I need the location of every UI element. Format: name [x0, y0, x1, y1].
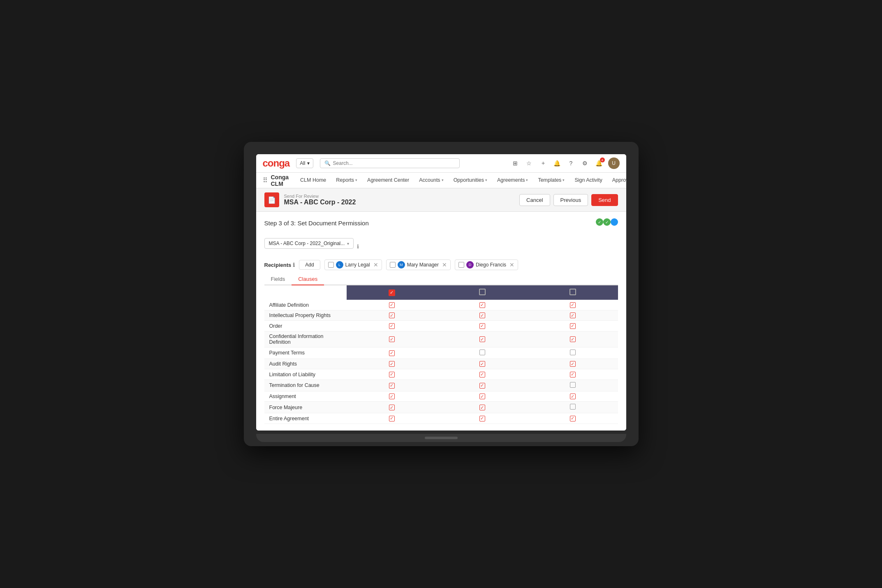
larry-cell[interactable]: ✓: [347, 391, 437, 402]
checked-icon[interactable]: ✓: [389, 350, 395, 356]
checked-icon[interactable]: ✓: [389, 336, 395, 342]
mary-cell[interactable]: [437, 347, 528, 359]
larry-cell[interactable]: ✓: [347, 310, 437, 321]
unchecked-box[interactable]: [570, 404, 576, 410]
plus-icon-btn[interactable]: ＋: [538, 158, 548, 168]
diego-cell[interactable]: ✓: [528, 300, 618, 310]
larry-cell[interactable]: ✓: [347, 413, 437, 424]
nav-item-templates[interactable]: Templates ▾: [533, 173, 569, 188]
checked-icon[interactable]: ✓: [570, 313, 576, 318]
diego-cell[interactable]: ✓: [528, 359, 618, 369]
checked-icon[interactable]: ✓: [570, 336, 576, 342]
settings-icon-btn[interactable]: ⚙: [580, 158, 590, 168]
tab-fields[interactable]: Fields: [264, 273, 292, 285]
tab-clauses[interactable]: Clauses: [292, 273, 324, 285]
checked-icon[interactable]: ✓: [479, 416, 485, 421]
larry-cell[interactable]: ✓: [347, 347, 437, 359]
checked-icon[interactable]: ✓: [479, 302, 485, 308]
checked-icon[interactable]: ✓: [479, 372, 485, 377]
checked-icon[interactable]: ✓: [389, 361, 395, 367]
checked-icon[interactable]: ✓: [570, 372, 576, 377]
larry-cell[interactable]: ✓: [347, 380, 437, 391]
bell-icon-btn[interactable]: 🔔: [552, 158, 562, 168]
unchecked-box[interactable]: [570, 350, 576, 355]
diego-remove-icon[interactable]: ✕: [509, 262, 514, 268]
nav-item-sign-activity[interactable]: Sign Activity: [569, 173, 607, 188]
nav-item-accounts[interactable]: Accounts ▾: [414, 173, 448, 188]
notification-icon-btn[interactable]: 🔔 4: [594, 158, 604, 168]
diego-cell[interactable]: ✓: [528, 331, 618, 347]
larry-header-checkbox[interactable]: ✓: [389, 289, 395, 296]
checked-icon[interactable]: ✓: [570, 323, 576, 329]
mary-cell[interactable]: ✓: [437, 391, 528, 402]
recipients-info-icon[interactable]: ℹ: [293, 262, 295, 268]
grid-icon-btn[interactable]: ⊞: [510, 158, 520, 168]
nav-item-agreement-center[interactable]: Agreement Center: [362, 173, 414, 188]
mary-cell[interactable]: ✓: [437, 300, 528, 310]
nav-grid-icon[interactable]: ⠿: [263, 176, 268, 184]
unchecked-box[interactable]: [479, 350, 485, 355]
checked-icon[interactable]: ✓: [479, 361, 485, 367]
add-recipient-button[interactable]: Add: [299, 260, 320, 270]
mary-cell[interactable]: ✓: [437, 369, 528, 380]
mary-checkbox[interactable]: [390, 262, 396, 268]
diego-cell[interactable]: [528, 347, 618, 359]
mary-cell[interactable]: ✓: [437, 310, 528, 321]
checked-icon[interactable]: ✓: [389, 372, 395, 377]
nav-item-opportunities[interactable]: Opportunities ▾: [449, 173, 492, 188]
diego-header-checkbox[interactable]: [569, 289, 576, 295]
mary-cell[interactable]: ✓: [437, 380, 528, 391]
mary-cell[interactable]: ✓: [437, 402, 528, 413]
checked-icon[interactable]: ✓: [479, 336, 485, 342]
nav-item-approval-center[interactable]: Approval Center: [607, 173, 626, 188]
larry-cell[interactable]: ✓: [347, 359, 437, 369]
checked-icon[interactable]: ✓: [479, 323, 485, 329]
search-bar[interactable]: 🔍: [320, 158, 460, 168]
diego-cell[interactable]: [528, 380, 618, 391]
checked-icon[interactable]: ✓: [479, 383, 485, 389]
checked-icon[interactable]: ✓: [479, 313, 485, 318]
checked-icon[interactable]: ✓: [389, 394, 395, 399]
document-dropdown[interactable]: MSA - ABC Corp - 2022_Original... ▾: [264, 238, 354, 249]
mary-remove-icon[interactable]: ✕: [442, 262, 447, 268]
previous-button[interactable]: Previous: [553, 194, 588, 206]
diego-cell[interactable]: ✓: [528, 321, 618, 331]
avatar[interactable]: U: [608, 157, 620, 169]
diego-checkbox[interactable]: [458, 262, 464, 268]
checked-icon[interactable]: ✓: [389, 323, 395, 329]
larry-cell[interactable]: ✓: [347, 369, 437, 380]
nav-item-reports[interactable]: Reports ▾: [331, 173, 362, 188]
unchecked-box[interactable]: [570, 382, 576, 388]
larry-remove-icon[interactable]: ✕: [373, 262, 378, 268]
larry-checkbox[interactable]: [328, 262, 334, 268]
nav-item-clm-home[interactable]: CLM Home: [295, 173, 331, 188]
diego-cell[interactable]: ✓: [528, 391, 618, 402]
checked-icon[interactable]: ✓: [570, 302, 576, 308]
checked-icon[interactable]: ✓: [479, 405, 485, 410]
checked-icon[interactable]: ✓: [570, 416, 576, 421]
diego-cell[interactable]: [528, 402, 618, 413]
search-input[interactable]: [333, 160, 455, 166]
larry-cell[interactable]: ✓: [347, 300, 437, 310]
mary-cell[interactable]: ✓: [437, 413, 528, 424]
all-dropdown[interactable]: All ▾: [296, 158, 313, 168]
info-icon[interactable]: ℹ: [357, 243, 359, 250]
larry-cell[interactable]: ✓: [347, 402, 437, 413]
larry-cell[interactable]: ✓: [347, 321, 437, 331]
nav-item-agreements[interactable]: Agreements ▾: [492, 173, 533, 188]
checked-icon[interactable]: ✓: [389, 313, 395, 318]
diego-cell[interactable]: ✓: [528, 413, 618, 424]
diego-cell[interactable]: ✓: [528, 369, 618, 380]
send-button[interactable]: Send: [591, 194, 618, 206]
mary-cell[interactable]: ✓: [437, 321, 528, 331]
checked-icon[interactable]: ✓: [570, 394, 576, 399]
question-icon-btn[interactable]: ?: [566, 158, 576, 168]
mary-cell[interactable]: ✓: [437, 331, 528, 347]
mary-cell[interactable]: ✓: [437, 359, 528, 369]
checked-icon[interactable]: ✓: [389, 302, 395, 308]
checked-icon[interactable]: ✓: [389, 383, 395, 389]
larry-cell[interactable]: ✓: [347, 331, 437, 347]
checked-icon[interactable]: ✓: [479, 394, 485, 399]
checked-icon[interactable]: ✓: [389, 405, 395, 410]
diego-cell[interactable]: ✓: [528, 310, 618, 321]
